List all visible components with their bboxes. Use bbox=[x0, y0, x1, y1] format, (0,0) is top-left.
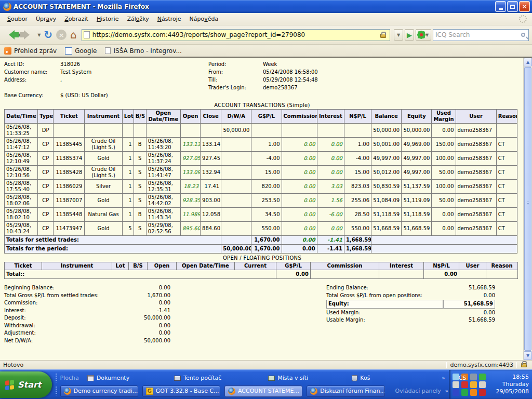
desktop-item[interactable]: Místa v síti bbox=[268, 375, 308, 381]
alexa-icon[interactable] bbox=[470, 389, 477, 396]
menu-napoveda[interactable]: Nápověda bbox=[185, 14, 223, 24]
desktop-item[interactable]: Koš bbox=[352, 375, 370, 381]
url-input[interactable] bbox=[92, 31, 379, 38]
disconnected-icon[interactable] bbox=[461, 381, 468, 388]
go-button[interactable]: ▶ bbox=[405, 29, 414, 41]
menu-historie[interactable]: Historie bbox=[92, 14, 123, 24]
minimize-button[interactable] bbox=[495, 1, 506, 12]
url-dropdown[interactable]: ▼ bbox=[394, 29, 403, 41]
cell: 05/29/08, 02:52:56 bbox=[146, 222, 180, 236]
scroll-down-icon[interactable]: ▼ bbox=[524, 351, 532, 360]
firefox-icon bbox=[64, 388, 71, 395]
clock-line: 29/05/2008 bbox=[490, 388, 529, 395]
offline-status-icon[interactable] bbox=[453, 381, 459, 388]
summary-value: 0.00 bbox=[443, 292, 495, 300]
cell: 1.00 bbox=[251, 138, 282, 152]
search-input[interactable] bbox=[435, 31, 521, 38]
cell: 133.13 bbox=[180, 138, 200, 152]
forward-button[interactable] bbox=[23, 28, 35, 42]
icq-flower-icon[interactable] bbox=[479, 374, 486, 380]
network-places-icon bbox=[268, 376, 275, 381]
bookmark-label: ISŠA Brno - Integrov... bbox=[113, 47, 181, 55]
language-indicator[interactable]: CS bbox=[456, 374, 469, 382]
menu-upravy[interactable]: Úpravy bbox=[32, 14, 60, 24]
cell: 823.03 bbox=[344, 180, 371, 194]
menu-nastroje[interactable]: Nástroje bbox=[153, 14, 185, 24]
search-engine-button[interactable]: ▼ bbox=[416, 29, 431, 41]
bookmark-item[interactable]: Google bbox=[65, 47, 97, 55]
scrollbar-thumb[interactable] bbox=[524, 67, 531, 351]
back-button[interactable] bbox=[3, 28, 16, 42]
cell: 11385448 bbox=[54, 208, 85, 222]
summary-section: Beginning Balance:0.00Total Gross $P/L f… bbox=[4, 284, 520, 344]
cell: CT bbox=[496, 208, 517, 222]
column-header: Lot bbox=[112, 262, 129, 270]
cell: 49,997.00 bbox=[402, 166, 432, 180]
task-button[interactable]: Demo currency tradi... bbox=[60, 385, 138, 397]
cell bbox=[221, 222, 251, 236]
display-settings-icon[interactable] bbox=[470, 374, 477, 380]
remote-desktop-icon[interactable] bbox=[453, 389, 459, 396]
overflow-chevron-icon[interactable]: » bbox=[445, 388, 448, 394]
maximize-button[interactable] bbox=[507, 1, 518, 12]
column-header: Reason bbox=[496, 110, 517, 124]
forward-dropdown[interactable]: ▼ bbox=[37, 33, 41, 37]
column-header: N$P/L bbox=[344, 110, 371, 124]
cell: 05/26/08, 14:42:02 bbox=[146, 194, 180, 208]
summary-row: Interest:-1.41 bbox=[4, 307, 170, 315]
cell: 1.56 bbox=[317, 194, 344, 208]
menu-zalozky[interactable]: Záložky bbox=[123, 14, 153, 24]
summary-row: Beginning Balance:0.00 bbox=[4, 284, 170, 292]
volume-icon[interactable] bbox=[479, 381, 486, 388]
cell bbox=[201, 124, 221, 138]
task-button[interactable]: ACCOUNT STATEME... bbox=[224, 385, 302, 397]
menu-soubor[interactable]: Soubor bbox=[3, 14, 32, 24]
account-info-field: 318026 bbox=[60, 60, 208, 68]
bookmark-item[interactable]: Přehled zpráv bbox=[4, 47, 57, 55]
cell: CP bbox=[38, 208, 54, 222]
stop-button[interactable]: × bbox=[55, 28, 68, 42]
start-button[interactable]: Start bbox=[0, 371, 52, 398]
vertical-scrollbar[interactable]: ▲ ▼ bbox=[523, 58, 532, 360]
cell bbox=[311, 270, 379, 279]
totals-value: 0.00 bbox=[282, 245, 317, 254]
cell: 11473947 bbox=[54, 222, 85, 236]
task-button-label: Diskuzní fórum Finan... bbox=[320, 388, 384, 394]
security-shield-icon[interactable] bbox=[479, 389, 486, 396]
cell: 1 bbox=[122, 208, 134, 222]
task-button[interactable]: GGOT 3.32.8 - Base C... bbox=[142, 385, 220, 397]
desktop-item[interactable]: Dokumenty bbox=[87, 375, 129, 381]
page-icon bbox=[105, 47, 111, 54]
my-computer-icon bbox=[174, 376, 181, 381]
reload-button[interactable]: ↻ bbox=[43, 28, 54, 42]
cell: demo258367 bbox=[456, 194, 496, 208]
menu-zobrazit[interactable]: Zobrazit bbox=[60, 14, 92, 24]
search-icon[interactable] bbox=[521, 33, 525, 37]
task-button[interactable]: Diskuzní fórum Finan... bbox=[307, 385, 384, 397]
scroll-up-icon[interactable]: ▲ bbox=[524, 58, 532, 66]
update-star-icon[interactable] bbox=[470, 381, 477, 388]
cell: 05/26/08, 11:41:47 bbox=[146, 166, 180, 180]
bookmark-item[interactable]: ISŠA Brno - Integrov... bbox=[105, 47, 181, 55]
desktop-item-label: Místa v síti bbox=[277, 375, 308, 381]
cell: 51,137.59 bbox=[402, 180, 432, 194]
cell: 05/26/08, 11:43:20 bbox=[146, 138, 180, 152]
summary-value: 1,670.00 bbox=[126, 292, 170, 300]
search-bar[interactable] bbox=[433, 29, 529, 41]
cell bbox=[54, 124, 85, 138]
address-bar[interactable] bbox=[82, 29, 390, 41]
summary-value: 0.00 bbox=[443, 309, 495, 317]
column-header: Balance bbox=[371, 110, 402, 124]
home-button[interactable]: ⌂ bbox=[69, 28, 78, 42]
cell: 133.09 bbox=[180, 166, 200, 180]
cell: demo258367 bbox=[456, 138, 496, 152]
summary-label: Used Margin: bbox=[326, 309, 443, 317]
account-info-field: Till: bbox=[208, 76, 263, 84]
desktop-item[interactable]: Tento počítač bbox=[174, 375, 221, 381]
overflow-chevron-icon[interactable]: » bbox=[442, 375, 444, 381]
browser-swirl-icon[interactable] bbox=[461, 389, 468, 396]
summary-value: 51,668.59 bbox=[443, 284, 495, 292]
close-button[interactable]: × bbox=[519, 1, 530, 12]
transactions-table: Date/TimeTypeTicketInstrumentLotB/SOpen … bbox=[4, 109, 517, 254]
cell: -4.00 bbox=[344, 152, 371, 166]
